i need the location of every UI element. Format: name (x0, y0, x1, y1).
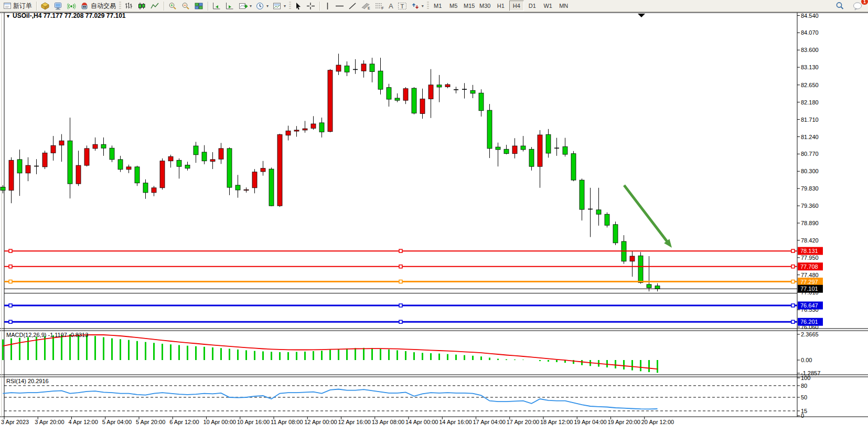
candle-body (546, 134, 551, 153)
time-tick-label[interactable]: 4 Apr 12:00 (69, 419, 98, 425)
candle-body (84, 149, 89, 165)
time-tick-label[interactable]: 12 Apr 16:00 (338, 419, 371, 425)
candle-body (252, 172, 257, 188)
line-handle[interactable] (9, 265, 12, 268)
price-tick-label: 77.950 (801, 255, 819, 261)
candle-body (529, 149, 534, 166)
candle-body (135, 167, 140, 183)
candle-body (219, 149, 223, 159)
time-tick-label[interactable]: 17 Apr 04:00 (473, 419, 506, 425)
candle-body (235, 185, 240, 190)
price-tick-label: 84.540 (801, 13, 819, 19)
time-tick-label[interactable]: 12 Apr 00:00 (304, 419, 337, 425)
price-line-badge-label: 77.297 (800, 279, 818, 285)
candle-body (227, 149, 232, 187)
rsi-label: RSI(14) 20.2916 (6, 378, 49, 384)
candle-body (387, 88, 391, 99)
time-tick-label[interactable]: 10 Apr 00:00 (203, 419, 236, 425)
candle-body (168, 156, 173, 161)
candle-body (152, 188, 156, 193)
price-tick-label: 82.180 (801, 99, 819, 105)
time-tick-label[interactable]: 5 Apr 20:00 (136, 419, 165, 425)
price-line-badge-label: 78.131 (800, 248, 818, 254)
line-handle[interactable] (399, 265, 402, 268)
time-tick-label[interactable]: 18 Apr 12:00 (540, 419, 573, 425)
candle-body (210, 160, 215, 162)
candle-body (177, 160, 181, 166)
candle-body (126, 167, 131, 170)
line-handle[interactable] (791, 265, 795, 268)
candle-body (496, 147, 500, 150)
candle-body (613, 225, 618, 243)
candle-body (1, 187, 5, 190)
price-tick-label: 80.770 (801, 151, 819, 157)
candle-body (101, 144, 106, 148)
price-line-badge-label: 76.201 (800, 319, 818, 325)
line-handle[interactable] (9, 304, 12, 307)
candle-body (328, 70, 333, 132)
candle-body (655, 286, 660, 289)
candle-body (538, 135, 542, 166)
time-tick-label[interactable]: 10 Apr 16:00 (237, 419, 270, 425)
candle-body (76, 165, 81, 184)
time-tick-label[interactable]: 11 Apr 08:00 (271, 419, 303, 425)
candle-body (487, 110, 492, 149)
time-tick-label[interactable]: 14 Apr 16:00 (439, 419, 471, 425)
candle-body (378, 71, 383, 89)
candle-body (512, 146, 517, 154)
line-handle[interactable] (791, 304, 795, 307)
candle-body (42, 153, 47, 167)
line-handle[interactable] (791, 249, 795, 252)
chart-canvas[interactable]: 84.54084.07083.60083.13082.65082.18081.7… (0, 0, 868, 433)
time-tick-label[interactable]: 3 Apr 20:00 (35, 419, 64, 425)
price-tick-label: 79.830 (801, 185, 819, 192)
line-handle[interactable] (9, 280, 12, 283)
time-tick-label[interactable]: 5 Apr 04:00 (102, 419, 132, 425)
price-tick-label: 83.600 (801, 47, 819, 53)
line-handle[interactable] (399, 320, 402, 323)
line-handle[interactable] (791, 280, 795, 283)
price-tick-label: 82.650 (801, 82, 819, 88)
candle-body (269, 169, 274, 206)
macd-tick-label: 2.3665 (801, 331, 819, 337)
line-handle[interactable] (9, 320, 12, 323)
line-handle[interactable] (399, 304, 402, 307)
time-tick-label[interactable]: 14 Apr 00:00 (405, 419, 438, 425)
candle-body (479, 93, 484, 111)
candle-body (638, 256, 643, 282)
time-tick-label[interactable]: 6 Apr 12:00 (169, 419, 199, 425)
line-handle[interactable] (9, 249, 12, 252)
candle-body (244, 189, 249, 190)
candle-body (420, 99, 425, 113)
line-handle[interactable] (399, 280, 402, 283)
candle-body (412, 88, 416, 113)
chart-frame (0, 13, 868, 420)
chart-background (0, 13, 868, 420)
time-tick-label[interactable]: 3 Apr 2023 (1, 419, 29, 425)
macd-label: MACD(12,26,9) -1.1197 -0.8313 (6, 332, 88, 338)
candle-body (563, 146, 567, 154)
mt4-window: 新订单 自动交易 (0, 0, 868, 433)
candle-body (93, 144, 98, 149)
price-line-badge-label: 77.101 (800, 286, 818, 292)
time-tick-label[interactable]: 17 Apr 20:00 (507, 419, 539, 425)
candle-body (286, 131, 291, 135)
time-tick-label[interactable]: 19 Apr 20:00 (608, 419, 640, 425)
price-tick-label: 83.130 (801, 64, 819, 70)
time-tick-label[interactable]: 13 Apr 08:00 (372, 419, 404, 425)
time-tick-label[interactable]: 19 Apr 04:00 (574, 419, 606, 425)
candle-body (110, 148, 114, 160)
price-line-badge-label: 76.647 (800, 302, 818, 309)
time-tick-label[interactable]: 20 Apr 12:00 (641, 419, 674, 425)
candle-body (311, 124, 316, 128)
rsi-tick-label: 100 (801, 375, 810, 381)
candle-body (303, 129, 307, 130)
price-line-badge-label: 77.708 (800, 263, 818, 270)
rsi-tick-label: 80 (801, 383, 807, 389)
line-handle[interactable] (791, 320, 795, 323)
price-tick-label: 81.710 (801, 117, 819, 123)
candle-body (580, 180, 584, 209)
title-caret-icon[interactable]: ▼ (6, 14, 10, 19)
line-handle[interactable] (399, 249, 402, 252)
candle-body (571, 154, 576, 180)
